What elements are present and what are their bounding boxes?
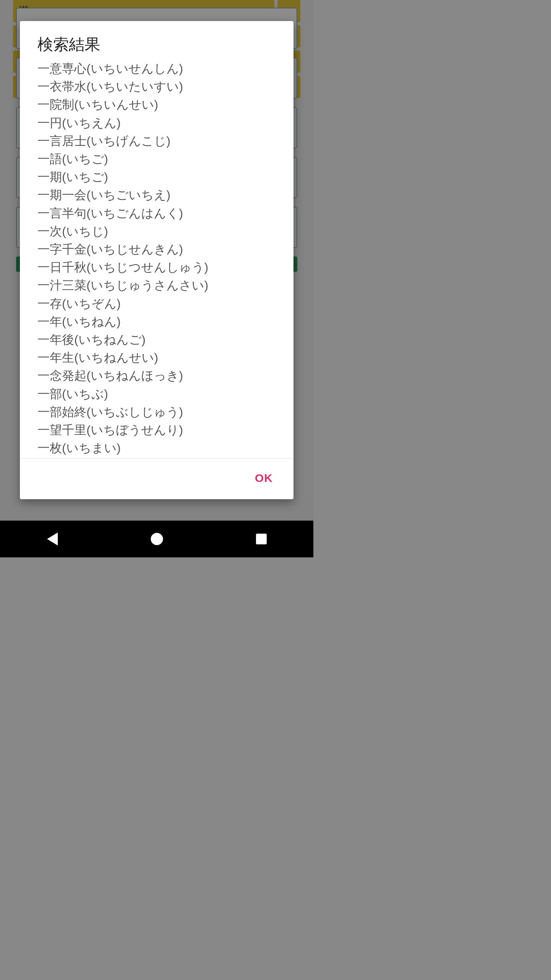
result-item[interactable]: 一字千金(いちじせんきん): [37, 240, 276, 258]
result-item[interactable]: 一次(いちじ): [37, 222, 276, 240]
recent-icon[interactable]: [254, 531, 269, 547]
back-icon[interactable]: [45, 531, 60, 547]
result-item[interactable]: 一衣帯水(いちいたいすい): [37, 78, 276, 96]
results-list[interactable]: 一意専心(いちいせんしん)一衣帯水(いちいたいすい)一院制(いちいんせい)一円(…: [20, 57, 293, 459]
result-item[interactable]: 一言半句(いちごんはんく): [37, 204, 276, 222]
result-item[interactable]: 一年(いちねん): [37, 313, 276, 331]
result-item[interactable]: 一円(いちえん): [37, 114, 276, 132]
result-item[interactable]: 一日千秋(いちじつせんしゅう): [37, 258, 276, 276]
search-results-dialog: 検索結果 一意専心(いちいせんしん)一衣帯水(いちいたいすい)一院制(いちいんせ…: [20, 21, 293, 499]
result-item[interactable]: 一部(いちぶ): [37, 385, 276, 403]
dialog-title: 検索結果: [20, 21, 293, 57]
ok-button[interactable]: OK: [246, 466, 282, 490]
result-item[interactable]: 一意専心(いちいせんしん): [37, 60, 276, 78]
result-item[interactable]: 一語(いちご): [37, 150, 276, 168]
result-item[interactable]: 一望千里(いちぼうせんり): [37, 421, 276, 439]
result-item[interactable]: 一言居士(いちげんこじ): [37, 132, 276, 150]
result-item[interactable]: 一年後(いちねんご): [37, 331, 276, 349]
result-item[interactable]: 一存(いちぞん): [37, 295, 276, 313]
home-icon[interactable]: [149, 531, 165, 547]
result-item[interactable]: 一期一会(いちごいちえ): [37, 186, 276, 204]
result-item[interactable]: 一期(いちご): [37, 168, 276, 186]
result-item[interactable]: 一枚(いちまい): [37, 439, 276, 457]
result-item[interactable]: 一院制(いちいんせい): [37, 96, 276, 114]
result-item[interactable]: 一部始終(いちぶしじゅう): [37, 403, 276, 421]
result-item[interactable]: 一汁三菜(いちじゅうさんさい): [37, 276, 276, 294]
dialog-actions: OK: [20, 459, 293, 499]
result-item[interactable]: 一年生(いちねんせい): [37, 349, 276, 367]
android-navbar: [0, 521, 313, 557]
result-item[interactable]: 一念発起(いちねんほっき): [37, 367, 276, 385]
